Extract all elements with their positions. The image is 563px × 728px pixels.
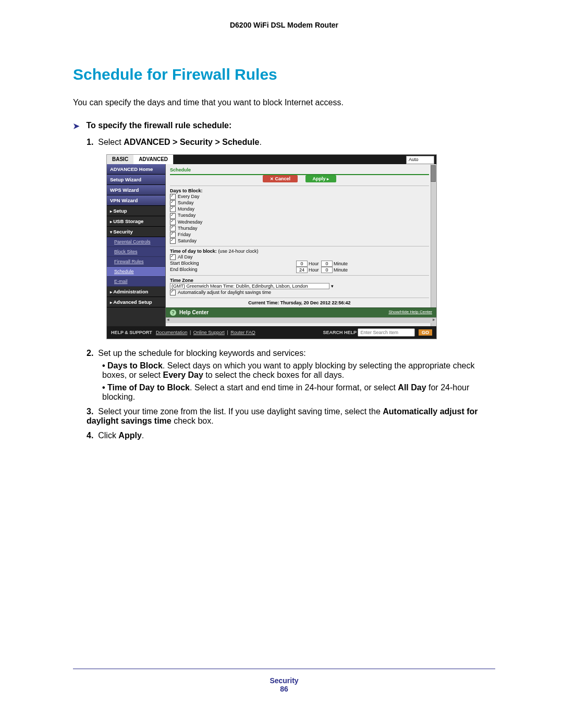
bullet-days: Days to Block. Select days on which you …: [102, 361, 495, 380]
checkbox-all-day[interactable]: [170, 254, 176, 260]
help-center-bar[interactable]: ?Help Center Show/Hide Help Center: [166, 307, 436, 317]
timezone-select[interactable]: (GMT) Greenwich Mean Time: Dublin, Edinb…: [170, 283, 329, 289]
side-nav: ADVANCED Home Setup Wizard WPS Wizard VP…: [107, 164, 166, 326]
footer-page-number: 86: [73, 685, 495, 693]
step-1: 1. Select ADVANCED > Security > Schedule…: [87, 138, 495, 339]
cancel-button[interactable]: Cancel: [263, 175, 298, 182]
checkbox-tuesday[interactable]: [170, 213, 176, 219]
start-blocking-label: Start Blocking: [170, 261, 295, 267]
checkbox-friday[interactable]: [170, 232, 176, 238]
panel-title: Schedule: [170, 167, 429, 175]
nav-security[interactable]: Security: [107, 227, 165, 237]
vertical-scrollbar[interactable]: [431, 164, 436, 326]
bullet-time: Time of Day to Block. Select a start and…: [102, 383, 495, 402]
nav-advanced-setup[interactable]: Advanced Setup: [107, 297, 165, 307]
end-blocking-label: End Blocking: [170, 267, 295, 273]
router-ui-screenshot: BASIC ADVANCED Auto ADVANCED Home Setup …: [106, 154, 437, 339]
checkbox-every-day[interactable]: [170, 194, 176, 200]
nav-parental-controls[interactable]: Parental Controls: [107, 237, 165, 247]
footer-section: Security: [73, 676, 495, 685]
nav-email[interactable]: E-mail: [107, 277, 165, 287]
right-arrow-icon: ➤: [73, 121, 80, 131]
checkbox-thursday[interactable]: [170, 226, 176, 231]
step-2: 2. Set up the schedule for blocking keyw…: [87, 349, 495, 402]
step-4: 4. Click Apply.: [87, 431, 495, 440]
checkbox-saturday[interactable]: [170, 238, 176, 244]
current-time: Current Time: Thursday, 20 Dec 2012 22:5…: [170, 300, 429, 305]
checkbox-sunday[interactable]: [170, 200, 176, 206]
nav-wps-wizard[interactable]: WPS Wizard: [107, 185, 165, 195]
tab-advanced[interactable]: ADVANCED: [133, 155, 173, 164]
page-footer: Security 86: [73, 669, 495, 693]
nav-firewall-rules[interactable]: Firewall Rules: [107, 257, 165, 267]
end-hour-input[interactable]: 24: [296, 267, 308, 273]
start-minute-input[interactable]: 0: [321, 261, 333, 267]
nav-setup-wizard[interactable]: Setup Wizard: [107, 175, 165, 185]
search-help-input[interactable]: [358, 328, 415, 337]
horizontal-scrollbar[interactable]: [166, 317, 436, 323]
nav-vpn-wizard[interactable]: VPN Wizard: [107, 195, 165, 206]
toggle-help-link[interactable]: Show/Hide Help Center: [388, 310, 432, 314]
task-heading: ➤ To specify the firewall rule schedule:: [73, 121, 495, 130]
task-heading-text: To specify the firewall rule schedule:: [86, 121, 231, 130]
checkbox-monday[interactable]: [170, 206, 176, 212]
nav-usb-storage[interactable]: USB Storage: [107, 216, 165, 227]
nav-schedule[interactable]: Schedule: [107, 267, 165, 277]
section-title: Schedule for Firewall Rules: [73, 66, 495, 83]
nav-advanced-home[interactable]: ADVANCED Home: [107, 164, 165, 175]
tab-basic[interactable]: BASIC: [107, 155, 133, 164]
help-icon: ?: [170, 310, 176, 316]
manual-header: D6200 WiFi DSL Modem Router: [73, 21, 495, 29]
nav-setup[interactable]: Setup: [107, 206, 165, 216]
apply-button[interactable]: Apply: [305, 175, 336, 182]
search-help-label: SEARCH HELP: [323, 330, 357, 335]
checkbox-dst[interactable]: [170, 290, 176, 295]
link-documentation[interactable]: Documentation: [156, 330, 188, 335]
end-minute-input[interactable]: 0: [321, 267, 333, 273]
days-to-block-heading: Days to Block:: [170, 188, 429, 193]
time-of-day-heading: Time of day to block:: [170, 249, 217, 254]
nav-block-sites[interactable]: Block Sites: [107, 247, 165, 257]
nav-administration[interactable]: Administration: [107, 287, 165, 297]
link-router-faq[interactable]: Router FAQ: [230, 330, 255, 335]
intro-text: You can specify the days and time that y…: [73, 98, 495, 107]
step-3: 3. Select your time zone from the list. …: [87, 407, 495, 426]
link-online-support[interactable]: Online Support: [193, 330, 225, 335]
start-hour-input[interactable]: 0: [296, 261, 308, 267]
checkbox-wednesday[interactable]: [170, 219, 176, 225]
refresh-select[interactable]: Auto: [406, 156, 434, 164]
search-go-button[interactable]: GO: [419, 329, 432, 336]
time-zone-heading: Time Zone: [170, 278, 429, 283]
